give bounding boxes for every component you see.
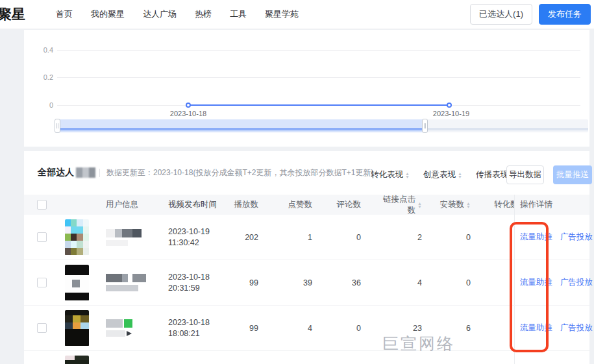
trend-chart-card: 0.4 0.2 0 2023-10-18 2023-10-19 [24, 30, 589, 147]
table-row: 2023-10-18 [24, 351, 589, 364]
nav-item-creator-plaza[interactable]: 达人广场 [143, 8, 177, 20]
comment-count: 0 [329, 324, 378, 333]
selected-creators-button[interactable]: 已选达人(1) [470, 4, 532, 25]
nav-item-my-juxing[interactable]: 我的聚星 [91, 8, 125, 20]
row-checkbox[interactable] [37, 323, 47, 333]
header-checkbox-cell [24, 200, 60, 210]
time-range-slider[interactable] [57, 119, 588, 132]
publish-date: 2023-10-18 [168, 317, 232, 328]
user-info-redacted [95, 274, 168, 291]
publish-task-button[interactable]: 发布任务 [539, 4, 591, 25]
data-update-note: 数据更新至：2023-10-18(投放分成金额T+2更新，其余投放部分数据T+1… [106, 167, 373, 178]
action-cell: 流量助推 广告投放 [514, 260, 589, 305]
ad-delivery-link[interactable]: 广告投放 [560, 232, 593, 243]
row-checkbox[interactable] [37, 278, 47, 287]
y-tick-0: 0 [31, 101, 53, 109]
sort-carets-icon: ▲ ▼ [417, 202, 422, 208]
link-click-count: 23 [378, 324, 436, 333]
header-link-clicks[interactable]: 链接点击数 ▲ ▼ [378, 194, 436, 216]
video-thumbnail[interactable] [65, 356, 89, 364]
header-install-count[interactable]: 安装数 ▲ ▼ [436, 199, 485, 210]
row-checkbox-cell [24, 278, 60, 287]
video-thumbnail[interactable] [65, 310, 89, 346]
y-tick-04: 0.4 [31, 46, 53, 54]
slider-left-handle[interactable] [55, 119, 60, 133]
export-data-button[interactable]: 导出数据 [506, 165, 544, 184]
video-thumbnail[interactable] [65, 265, 89, 301]
comment-count: 36 [329, 278, 378, 287]
caret-down-icon: ▼ [458, 175, 462, 178]
play-count: 202 [232, 233, 274, 242]
publish-clock: 11:30:42 [168, 237, 232, 249]
nav-actions: 已选达人(1) 发布任务 [470, 4, 591, 25]
table-row: 2023-10-18 20:31:59 99 39 36 4 0 流量助推 广告… [24, 260, 589, 306]
nav-item-tools[interactable]: 工具 [230, 8, 247, 20]
video-thumbnail-cell [60, 310, 95, 346]
sorter-conversion[interactable]: 转化表现 ▲ ▼ [371, 169, 410, 180]
batch-push-button[interactable]: 批量推送 [553, 165, 592, 184]
sort-carets-icon: ▲ ▼ [458, 172, 462, 178]
ad-delivery-link[interactable]: 广告投放 [560, 322, 593, 334]
link-click-count: 4 [378, 278, 436, 287]
slider-data-preview-selected [57, 128, 425, 130]
divider [99, 169, 100, 177]
panel-header: 全部达人 数据更新至：2023-10-18(投放分成金额T+2更新，其余投放部分… [38, 167, 373, 178]
data-point-2023-10-18 [186, 103, 191, 108]
caret-down-icon: ▼ [417, 205, 422, 208]
nav-item-academy[interactable]: 聚星学苑 [265, 8, 299, 20]
publish-time-cell: 2023-10-19 11:30:42 [168, 226, 232, 249]
app-logo: 聚星 [0, 5, 25, 23]
action-cell: 流量助推 广告投放 [514, 306, 589, 350]
chart-line-series [188, 104, 451, 106]
video-thumbnail-cell [60, 219, 95, 256]
publish-time-cell: 2023-10-18 20:31:59 [168, 272, 232, 294]
x-tick-2023-10-18: 2023-10-18 [159, 110, 217, 117]
video-thumbnail-cell [60, 265, 95, 301]
header-publish-time: 视频发布时间 [168, 199, 232, 210]
traffic-boost-link[interactable]: 流量助推 [520, 277, 552, 288]
slider-right-handle[interactable] [422, 119, 428, 133]
video-thumbnail[interactable] [65, 219, 89, 256]
like-count: 4 [274, 324, 329, 333]
traffic-boost-link[interactable]: 流量助推 [520, 232, 552, 243]
install-count: 6 [436, 324, 485, 333]
select-all-checkbox[interactable] [37, 200, 47, 210]
sorter-conversion-label: 转化表现 [371, 169, 403, 180]
like-count: 39 [274, 278, 329, 287]
header-comment-count: 评论数 [329, 199, 378, 210]
ad-delivery-link[interactable]: 广告投放 [560, 277, 593, 288]
play-count: 99 [232, 324, 274, 333]
publish-date: 2023-10-18 [168, 272, 232, 283]
header-link-clicks-label: 链接点击数 [378, 194, 415, 216]
sorter-creative[interactable]: 创意表现 ▲ ▼ [423, 169, 462, 180]
nav-item-home[interactable]: 首页 [56, 8, 73, 20]
sorter-spread-label: 传播表现 [476, 169, 508, 180]
panel-title: 全部达人 [38, 167, 74, 178]
y-tick-02: 0.2 [31, 73, 53, 81]
action-cell [514, 351, 589, 364]
row-checkbox[interactable] [37, 232, 47, 242]
nav-item-hot-list[interactable]: 热榜 [195, 8, 212, 20]
install-count: 0 [436, 233, 485, 242]
x-tick-2023-10-19: 2023-10-19 [422, 110, 480, 117]
creator-data-card: 全部达人 数据更新至：2023-10-18(投放分成金额T+2更新，其余投放部分… [24, 151, 589, 364]
link-click-count: 2 [378, 233, 436, 242]
row-checkbox-cell [24, 232, 60, 242]
comment-count: 0 [329, 233, 378, 242]
performance-sorters: 转化表现 ▲ ▼ 创意表现 ▲ ▼ 传播表现 ▲ ▼ [371, 169, 515, 180]
slider-selected-range[interactable] [57, 119, 425, 132]
table-row: 2023-10-19 11:30:42 202 1 0 2 0 流量助推 广告投… [24, 215, 589, 260]
user-info-redacted [95, 319, 168, 337]
table-header-row: 用户信息 视频发布时间 播放数 点赞数 评论数 链接点击数 ▲ ▼ 安装数 ▲ [24, 195, 589, 215]
top-nav: 聚星 首页 我的聚星 达人广场 热榜 工具 聚星学苑 已选达人(1) 发布任务 [0, 0, 594, 29]
publish-date: 2023-10-19 [168, 226, 232, 237]
traffic-boost-link[interactable]: 流量助推 [520, 322, 552, 334]
redacted-title-text [76, 167, 95, 178]
data-point-2023-10-19 [447, 103, 452, 108]
publish-clock: 18:08:21 [168, 328, 232, 339]
table-row: 2023-10-18 18:08:21 99 4 0 23 6 流量助推 广告投… [24, 306, 589, 351]
header-action-details: 操作详情 [514, 195, 589, 215]
install-count: 0 [436, 278, 485, 287]
gridline-02 [57, 77, 580, 78]
user-info-redacted [95, 229, 168, 246]
